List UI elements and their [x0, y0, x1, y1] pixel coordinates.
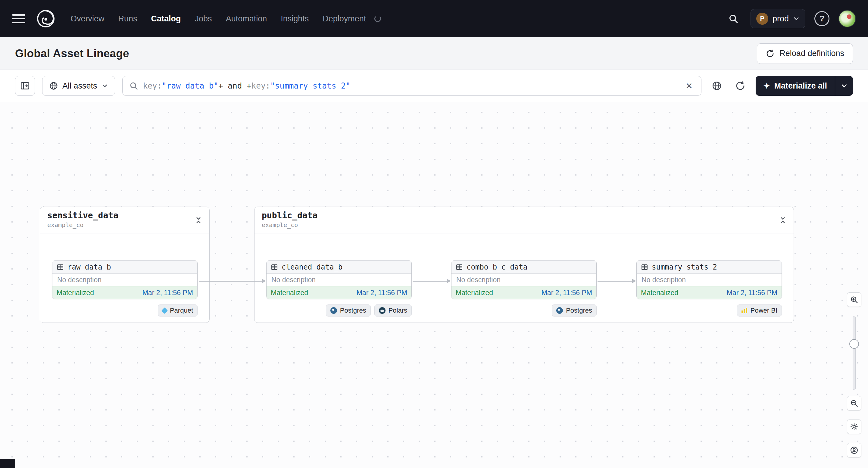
table-icon	[456, 263, 463, 271]
nav-links: Overview Runs Catalog Jobs Automation In…	[70, 14, 381, 24]
materialization-timestamp[interactable]: Mar 2, 11:56 PM	[727, 289, 777, 297]
asset-tags-combo-b-c-data: Postgres	[552, 305, 597, 316]
query-operator-token: + and +	[218, 81, 251, 90]
refresh-icon	[735, 81, 745, 91]
help-button[interactable]: ?	[814, 11, 830, 26]
deployment-switcher[interactable]: P prod	[750, 9, 805, 28]
lineage-toolbar: All assets key:"raw_data_b"+ and +key:"s…	[0, 70, 868, 102]
zoom-in-button[interactable]	[847, 292, 861, 307]
materialized-status: Materialized	[456, 289, 493, 297]
user-circle-icon	[850, 446, 858, 455]
asset-node-header: raw_data_b	[53, 260, 197, 274]
gear-icon	[850, 423, 858, 431]
asset-node-combo-b-c-data[interactable]: combo_b_c_data No description Materializ…	[451, 260, 597, 299]
refresh-graph-button[interactable]	[732, 78, 748, 94]
tag-label: Parquet	[170, 307, 193, 314]
asset-name: summary_stats_2	[652, 263, 717, 271]
parquet-icon	[161, 307, 168, 313]
nav-item-automation[interactable]: Automation	[226, 14, 267, 24]
materialization-timestamp[interactable]: Mar 2, 11:56 PM	[541, 289, 592, 297]
polars-icon	[379, 307, 385, 314]
asset-description: No description	[452, 274, 596, 286]
search-icon	[129, 81, 138, 90]
search-query-text: key:"raw_data_b"+ and +key:"summary_stat…	[143, 81, 679, 90]
zoom-slider-handle[interactable]	[849, 339, 859, 349]
zoom-out-button[interactable]	[847, 396, 861, 410]
dagster-logo-icon[interactable]	[34, 7, 57, 30]
deployment-badge: P	[756, 13, 768, 25]
asset-status-row: Materialized Mar 2, 11:56 PM	[267, 286, 411, 299]
tag-label: Postgres	[566, 307, 592, 314]
asset-filter-dropdown[interactable]: All assets	[42, 76, 115, 96]
tag-label: Polars	[389, 307, 407, 314]
asset-search-input[interactable]: key:"raw_data_b"+ and +key:"summary_stat…	[122, 76, 702, 96]
page-header: Global Asset Lineage Reload definitions	[0, 37, 868, 70]
nav-item-catalog[interactable]: Catalog	[151, 14, 181, 24]
asset-description: No description	[53, 274, 197, 286]
loading-spinner-icon	[374, 15, 381, 22]
materialize-all-split-button: ✦ Materialize all	[756, 76, 853, 96]
tag-postgres[interactable]: Postgres	[326, 305, 371, 316]
clear-search-button[interactable]: ✕	[684, 81, 694, 91]
asset-node-summary-stats-2[interactable]: summary_stats_2 No description Materiali…	[637, 260, 782, 299]
tag-label: Power BI	[750, 307, 777, 314]
table-icon	[641, 263, 648, 271]
asset-name: raw_data_b	[67, 263, 111, 271]
asset-node-raw-data-b[interactable]: raw_data_b No description Materialized M…	[52, 260, 197, 299]
group-header: public_data example_co	[254, 207, 794, 233]
materialize-options-button[interactable]	[835, 76, 853, 96]
nav-item-deployment[interactable]: Deployment	[322, 14, 366, 24]
recenter-view-button[interactable]	[847, 443, 861, 458]
tag-parquet[interactable]: Parquet	[158, 305, 197, 316]
asset-name: cleaned_data_b	[282, 263, 342, 271]
asset-status-row: Materialized Mar 2, 11:56 PM	[452, 286, 596, 299]
tag-label: Postgres	[340, 307, 366, 314]
user-avatar[interactable]	[838, 10, 856, 27]
powerbi-icon	[742, 308, 747, 313]
search-icon[interactable]	[725, 10, 742, 27]
tag-polars[interactable]: Polars	[374, 305, 412, 316]
globe-icon	[712, 81, 722, 91]
nav-item-overview[interactable]: Overview	[70, 14, 104, 24]
materialized-status: Materialized	[271, 289, 308, 297]
asset-tags-raw-data-b: Parquet	[158, 305, 197, 316]
materialize-all-button[interactable]: ✦ Materialize all	[756, 76, 835, 96]
nav-item-insights[interactable]: Insights	[281, 14, 309, 24]
materialize-all-label: Materialize all	[774, 81, 827, 91]
lineage-canvas[interactable]: sensitive_data example_co public_data ex…	[0, 102, 868, 468]
help-question-mark: ?	[819, 14, 824, 24]
nav-item-jobs[interactable]: Jobs	[195, 14, 212, 24]
asset-tags-summary-stats-2: Power BI	[737, 305, 782, 316]
table-icon	[57, 263, 64, 271]
query-key-token: key:	[143, 81, 162, 90]
edge-raw-to-cleaned	[199, 281, 265, 282]
asset-description: No description	[637, 274, 781, 286]
collapse-group-icon[interactable]	[192, 214, 205, 226]
graph-view-globe-button[interactable]	[709, 78, 725, 94]
query-string-token: "raw_data_b"	[162, 81, 218, 90]
group-name: sensitive_data	[47, 211, 202, 220]
zoom-slider[interactable]	[852, 316, 856, 390]
reload-definitions-button[interactable]: Reload definitions	[757, 43, 853, 64]
asset-description: No description	[267, 274, 411, 286]
globe-icon	[49, 81, 58, 90]
graph-settings-button[interactable]	[847, 419, 861, 434]
materialization-timestamp[interactable]: Mar 2, 11:56 PM	[356, 289, 407, 297]
zoom-control-rail	[847, 292, 861, 458]
asset-node-header: combo_b_c_data	[452, 260, 596, 274]
top-navbar: Overview Runs Catalog Jobs Automation In…	[0, 0, 868, 37]
toggle-sidebar-panel-button[interactable]	[15, 76, 35, 96]
group-org: example_co	[262, 221, 786, 228]
hamburger-menu-icon[interactable]	[12, 14, 25, 23]
materialized-status: Materialized	[57, 289, 94, 297]
materialization-timestamp[interactable]: Mar 2, 11:56 PM	[143, 289, 193, 297]
nav-item-runs[interactable]: Runs	[118, 14, 137, 24]
chevron-down-icon	[101, 83, 108, 89]
chevron-down-icon	[841, 82, 848, 89]
collapse-group-icon[interactable]	[777, 214, 789, 226]
edge-cleaned-to-combo	[413, 281, 450, 282]
postgres-icon	[556, 307, 563, 314]
asset-node-cleaned-data-b[interactable]: cleaned_data_b No description Materializ…	[266, 260, 412, 299]
tag-powerbi[interactable]: Power BI	[737, 305, 782, 316]
tag-postgres[interactable]: Postgres	[552, 305, 597, 316]
